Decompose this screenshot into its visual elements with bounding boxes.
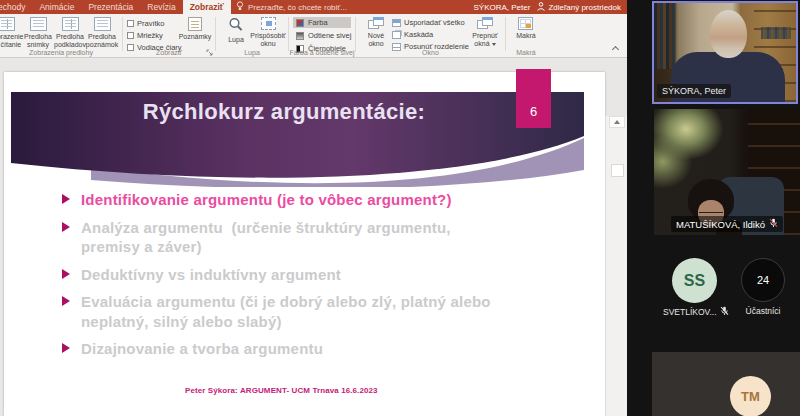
slide-number-badge: 6 <box>516 69 551 128</box>
avatar-tm: TM <box>730 376 771 416</box>
participant-head <box>710 10 747 58</box>
dialog-launcher-icon[interactable] <box>206 49 213 56</box>
bullet-triangle-icon <box>62 194 70 204</box>
notes-button[interactable]: Poznámky <box>179 16 211 41</box>
bullet-triangle-icon <box>62 222 70 232</box>
slide-master-label: Predloha snímky <box>22 33 54 49</box>
zoom-button[interactable]: Lupa <box>220 16 252 44</box>
group-label-show: Zobraziť <box>123 49 215 56</box>
bullet-text: Dizajnovanie a tvorba argumentu <box>81 339 496 359</box>
ribbon-group-window: Nové okno Usporiadať všetko Kaskáda Posu… <box>356 14 505 57</box>
shared-resource[interactable]: Zdieľaný prostriedok <box>537 2 621 13</box>
ribbon-tabs: echody Animácie Prezentácia Revízia Zobr… <box>0 0 231 14</box>
ribbon-group-show: Pravítko Mriežky Vodiace čiary Poznámky <box>123 14 215 57</box>
gridlines-checkbox-row[interactable]: Mriežky <box>127 31 179 40</box>
avatar-initials: SS <box>684 272 705 290</box>
notes-label: Poznámky <box>179 33 212 41</box>
glasses <box>699 208 723 213</box>
avatar-initials: TM <box>741 389 760 404</box>
ruler-checkbox[interactable] <box>127 20 134 27</box>
macros-button[interactable]: Makrá <box>510 16 542 40</box>
slide-master-button[interactable]: Predloha snímky <box>22 16 54 49</box>
slide-title[interactable]: Rýchlokurz argumentácie: <box>14 99 554 125</box>
new-window-label: Nové okno <box>360 32 392 48</box>
macros-label: Makrá <box>516 32 535 40</box>
slide-canvas[interactable]: Rýchlokurz argumentácie: 6 Identifikovan… <box>4 72 605 416</box>
bullet-item: Deduktívny vs induktívny argument <box>62 265 532 285</box>
ribbon-tab-bar: echody Animácie Prezentácia Revízia Zobr… <box>0 0 627 14</box>
slide-master-icon <box>30 17 47 31</box>
person-icon <box>537 2 545 13</box>
avatar-svetlikova[interactable]: SS <box>672 258 717 303</box>
bullet-item: Evaluácia argumentu (či je dobrý alebo z… <box>62 292 532 331</box>
books-row <box>761 27 791 39</box>
tab-prezentacia[interactable]: Prezentácia <box>81 0 140 14</box>
cascade-icon <box>392 31 401 39</box>
ribbon-group-macros: Makrá Makrá <box>506 14 546 57</box>
collapse-ribbon-icon[interactable] <box>612 46 619 53</box>
mic-muted-icon <box>769 218 778 230</box>
bullet-text: Evaluácia argumentu (či je dobrý alebo z… <box>81 292 496 331</box>
dropdown-caret-icon <box>492 43 496 46</box>
handout-master-label: Predloha podkladov <box>54 33 86 49</box>
ruler-checkbox-row[interactable]: Pravítko <box>127 19 179 28</box>
scroll-up-button[interactable] <box>609 116 625 128</box>
video-tile-tm[interactable]: TM <box>652 352 800 416</box>
participants-label: Účastníci <box>741 306 785 316</box>
tab-animacie[interactable]: Animácie <box>32 0 81 14</box>
grayscale-option[interactable]: Odtiene sivej <box>293 30 351 41</box>
fit-to-window-button[interactable]: Prispôsobiť oknu <box>252 16 284 48</box>
tab-revizia[interactable]: Revízia <box>140 0 182 14</box>
scroll-thumb[interactable] <box>611 164 624 177</box>
group-label-master-views: Zobrazenia predlohy <box>0 49 122 56</box>
new-window-button[interactable]: Nové okno <box>360 16 392 48</box>
participant-name-label: SVETLÍKOV... <box>663 307 717 317</box>
participant-name-label: MATUŠÍKOVÁ, Ildikó <box>676 219 765 230</box>
participants-count-badge[interactable]: 24 <box>741 258 785 302</box>
arrange-all-button[interactable]: Usporiadať všetko <box>392 18 469 27</box>
window-commands: Usporiadať všetko Kaskáda Posunúť rozdel… <box>392 16 469 51</box>
tell-me-search[interactable]: Prezraďte, čo chcete robiť... <box>236 0 347 14</box>
magnifier-icon <box>228 17 244 34</box>
notes-icon <box>188 17 202 31</box>
mic-muted-icon <box>720 306 729 318</box>
color-option[interactable]: Farba <box>293 17 351 28</box>
group-label-macros: Makrá <box>506 49 546 56</box>
gridlines-checkbox[interactable] <box>127 32 134 39</box>
shared-resource-label: Zdieľaný prostriedok <box>548 3 621 12</box>
switch-windows-button[interactable]: Prepnúť okná <box>469 16 501 48</box>
participants-count: 24 <box>757 274 769 286</box>
zoom-label: Lupa <box>228 36 244 44</box>
color-swatch-icon <box>296 19 304 27</box>
bullet-text: Identifikovanie argumentu (je to vôbec a… <box>81 190 496 210</box>
participant-name-row: SVETLÍKOV... <box>663 306 729 318</box>
fit-to-window-label: Prispôsobiť oknu <box>250 32 285 48</box>
ribbon-group-master-views: Zobrazenie na čítanie Predloha snímky Pr… <box>0 14 122 57</box>
tab-zobrazit[interactable]: Zobraziť <box>183 0 231 14</box>
notes-master-button[interactable]: Predloha poznámok <box>86 16 118 49</box>
ribbon-group-zoom: Lupa Prispôsobiť oknu Lupa <box>216 14 288 57</box>
vertical-scrollbar[interactable] <box>605 116 627 416</box>
bullet-list[interactable]: Identifikovanie argumentu (je to vôbec a… <box>62 190 532 367</box>
account-name[interactable]: SÝKORA, Peter <box>473 3 530 12</box>
show-checkboxes: Pravítko Mriežky Vodiace čiary <box>127 16 179 52</box>
reading-view-label: Zobrazenie na čítanie <box>0 33 24 49</box>
bookshelf-left <box>654 3 676 69</box>
grayscale-swatch-icon <box>296 32 304 40</box>
group-label-window: Okno <box>356 49 505 56</box>
handout-master-button[interactable]: Predloha podkladov <box>54 16 86 49</box>
reading-view-button[interactable]: Zobrazenie na čítanie <box>0 16 22 49</box>
tab-prechody[interactable]: echody <box>0 0 32 14</box>
video-tile-sykora[interactable]: SÝKORA, Peter <box>652 1 798 104</box>
bullet-triangle-icon <box>62 269 70 279</box>
gridlines-label: Mriežky <box>137 31 163 40</box>
participant-name-label: SÝKORA, Peter <box>657 84 731 98</box>
screen: echody Animácie Prezentácia Revízia Zobr… <box>0 0 800 416</box>
cascade-button[interactable]: Kaskáda <box>392 30 469 39</box>
meeting-panel: SÝKORA, Peter MATUŠÍKOVÁ, Ildikó SS <box>627 0 800 416</box>
ribbon: Zobrazenie na čítanie Predloha snímky Pr… <box>0 14 627 58</box>
video-tile-matusikova[interactable]: MATUŠÍKOVÁ, Ildikó <box>654 109 800 235</box>
fit-to-window-icon <box>261 17 276 30</box>
group-label-color: Farba a odtiene sivej <box>289 49 355 56</box>
participant-name-row: MATUŠÍKOVÁ, Ildikó <box>654 216 800 232</box>
